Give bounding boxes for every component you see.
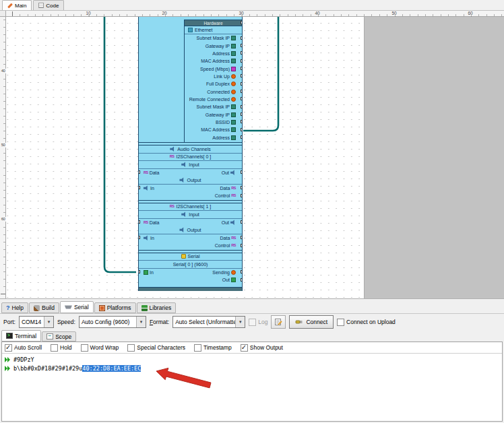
- serial-instance-title: Serial[ 0 ] (9600): [173, 262, 208, 267]
- pin-connector[interactable]: [241, 51, 243, 55]
- tab-help-label: Help: [12, 304, 24, 311]
- output-header: Output: [139, 226, 242, 234]
- ethernet-pin-row: Link Up: [185, 73, 242, 80]
- terminal-line: #9DPzY: [2, 355, 502, 364]
- input-title: Input: [189, 162, 199, 167]
- pin-label: Full Duplex: [206, 82, 230, 86]
- pin-connector[interactable]: [241, 59, 243, 63]
- i2s-channel0-header: I2SChannels[ 0 ]: [139, 154, 242, 162]
- chevron-down-icon: [44, 317, 53, 327]
- connect-on-upload-checkbox[interactable]: [337, 319, 344, 326]
- pin-connector[interactable]: [241, 128, 243, 131]
- pin-connector[interactable]: [241, 170, 243, 174]
- hardware-section-band: Hardware: [185, 20, 242, 26]
- ethernet-header: Ethernet: [185, 26, 242, 34]
- timestamp-checkbox[interactable]: [194, 344, 201, 352]
- pin-connector[interactable]: [241, 90, 243, 93]
- pin-connector[interactable]: [241, 112, 243, 116]
- ruler-number: 60: [0, 217, 6, 222]
- tab-help[interactable]: Help: [1, 302, 28, 313]
- port-select[interactable]: COM14: [19, 316, 54, 328]
- log-file-button[interactable]: [271, 315, 286, 329]
- tab-serial[interactable]: Serial: [60, 301, 94, 313]
- speaker-icon: [181, 162, 187, 167]
- speed-select[interactable]: Auto Config (9600): [79, 316, 146, 328]
- analog-pin-icon: [231, 67, 236, 71]
- pin-connector[interactable]: [241, 82, 243, 86]
- terminal-text: b\bb#0xD#18#29#1#29u40:22:D8:EA:EE:EC: [13, 365, 141, 372]
- format-select[interactable]: Auto Select (Unformatted): [172, 316, 245, 328]
- pin-connector[interactable]: [241, 74, 243, 77]
- pin-connector[interactable]: [241, 44, 243, 47]
- audio-channels-title: Audio Channels: [177, 147, 210, 152]
- block-rows: Audio Channels I2SChannels[ 0 ] Input Da…: [139, 142, 242, 284]
- pin-connector[interactable]: [241, 194, 243, 197]
- pin-connector[interactable]: [241, 186, 243, 189]
- pin-connector[interactable]: [241, 244, 243, 247]
- wire-from-mac-address[interactable]: [243, 17, 278, 131]
- terminal-output[interactable]: #9DPzY b\bb#0xD#18#29#1#29u40:22:D8:EA:E…: [2, 354, 502, 372]
- hold-checkbox[interactable]: [51, 344, 58, 352]
- pin-connector[interactable]: [241, 21, 242, 24]
- i2s-icon: [231, 186, 236, 191]
- tab-build-label: Build: [42, 304, 55, 311]
- pin-connector[interactable]: [138, 186, 140, 189]
- digital-pin-icon: [231, 82, 236, 86]
- pin-connector[interactable]: [241, 220, 243, 224]
- tab-build[interactable]: Build: [29, 302, 59, 313]
- speaker-icon: [170, 146, 175, 152]
- tab-scope[interactable]: Scope: [42, 331, 76, 341]
- pin-label: Subnet Mask IP: [197, 104, 230, 109]
- pin-connector[interactable]: [138, 220, 140, 224]
- auto-scroll-option: Auto Scroll: [5, 344, 42, 352]
- pin-connector[interactable]: [138, 236, 140, 239]
- ethernet-pin-row: MAC Address: [185, 126, 242, 133]
- network-pin-icon: [231, 135, 236, 140]
- pin-label: Address: [212, 135, 230, 140]
- show-output-checkbox[interactable]: [241, 344, 248, 352]
- pin-connector[interactable]: [241, 135, 243, 139]
- chevron-down-icon: [136, 317, 146, 327]
- tab-platforms[interactable]: Platforms: [94, 302, 136, 313]
- pin-connector[interactable]: [241, 278, 243, 282]
- tab-terminal-label: Terminal: [15, 333, 36, 339]
- speed-value: Auto Config (9600): [80, 319, 136, 325]
- terminal-panel: Auto Scroll Hold Word Wrap Special Chara…: [1, 341, 503, 422]
- word-wrap-checkbox[interactable]: [81, 344, 88, 352]
- connect-button[interactable]: Connect: [289, 315, 334, 329]
- auto-scroll-checkbox[interactable]: [5, 344, 12, 352]
- serial-section-header: Serial: [139, 253, 242, 261]
- pin-connector[interactable]: [241, 270, 243, 273]
- connect-on-upload-label: Connect on Upload: [346, 319, 396, 325]
- pin-label: In: [150, 186, 154, 191]
- log-checkbox[interactable]: [249, 319, 256, 326]
- tab-main[interactable]: Main: [2, 0, 32, 10]
- pin-connector[interactable]: [138, 170, 140, 174]
- special-characters-checkbox[interactable]: [127, 344, 135, 352]
- network-pin-icon: [231, 127, 236, 132]
- build-icon: [34, 305, 40, 311]
- show-output-option: Show Output: [241, 344, 283, 352]
- pin-connector[interactable]: [138, 270, 140, 273]
- pin-connector[interactable]: [241, 36, 243, 40]
- serial-pin-icon: [231, 278, 236, 282]
- wire-to-serial-in[interactable]: [104, 17, 136, 272]
- pin-label: Gateway IP: [206, 112, 230, 117]
- tab-terminal[interactable]: Terminal: [1, 330, 41, 341]
- pin-connector[interactable]: [241, 236, 243, 239]
- pin-connector[interactable]: [241, 97, 243, 100]
- pin-connector[interactable]: [241, 120, 243, 123]
- pin-connector[interactable]: [241, 67, 243, 70]
- design-canvas[interactable]: Hardware Ethernet Subnet Mask IP Gateway…: [6, 17, 504, 298]
- ethernet-icon: [188, 28, 193, 32]
- serial-connector-icon: [65, 305, 72, 310]
- component-block[interactable]: Hardware Ethernet Subnet Mask IP Gateway…: [138, 17, 243, 291]
- pin-label: Sending: [212, 270, 230, 275]
- timestamp-label: Timestamp: [203, 344, 232, 351]
- tab-scope-label: Scope: [55, 333, 71, 340]
- pin-connector[interactable]: [241, 105, 243, 108]
- ethernet-pin-row: BSSID: [185, 119, 242, 126]
- tab-libraries[interactable]: Libraries: [137, 302, 177, 313]
- tab-code[interactable]: Code: [33, 0, 64, 10]
- i2s-icon: [144, 220, 148, 225]
